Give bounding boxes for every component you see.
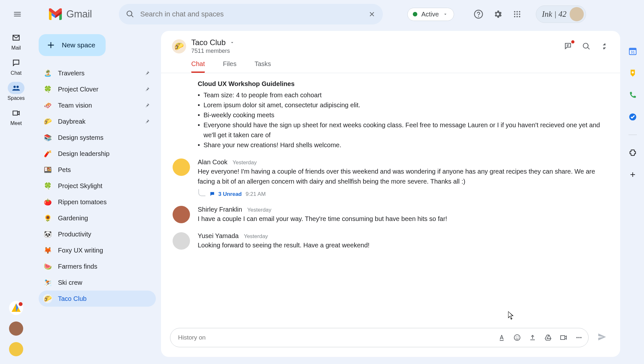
gmail-logo[interactable]: Gmail — [48, 8, 92, 20]
triangle-icon — [9, 301, 23, 315]
search-bar[interactable] — [119, 4, 383, 24]
panel-actions — [564, 42, 609, 51]
compose-box[interactable] — [170, 328, 589, 347]
tasks-icon — [629, 113, 637, 121]
sidebar-space-item[interactable]: 🐼Productivity — [39, 226, 156, 242]
reply-icon — [209, 191, 216, 197]
content-area: Mail Chat Spaces Meet New space 🏝️Trave — [0, 28, 644, 364]
nav-rail-mail[interactable]: Mail — [8, 32, 24, 51]
tab-files[interactable]: Files — [223, 60, 236, 73]
sidebar-space-item[interactable]: 🍉Farmers finds — [39, 258, 156, 274]
drive-button[interactable] — [544, 333, 552, 342]
sidebar-space-item[interactable]: 🍱Pets — [39, 162, 156, 178]
side-panel-calendar[interactable]: 31 — [628, 46, 638, 56]
sidebar-space-item[interactable]: 📚Design systems — [39, 129, 156, 146]
clear-search-icon[interactable] — [368, 10, 376, 18]
svg-point-9 — [519, 16, 520, 17]
side-panel-keep[interactable] — [628, 68, 638, 78]
thread-connector-icon — [198, 189, 205, 196]
rail-account-avatar-2[interactable] — [9, 342, 23, 356]
pin-icon — [144, 102, 150, 108]
video-icon — [560, 334, 567, 341]
sidebar-space-item[interactable]: 🍀Project Clover — [39, 81, 156, 97]
space-emoji-icon: 🍱 — [43, 165, 52, 174]
nav-rail-label: Mail — [11, 45, 21, 51]
svg-point-5 — [516, 14, 518, 15]
meet-link-button[interactable] — [559, 333, 568, 342]
side-panel-voice[interactable] — [628, 90, 638, 100]
status-chip[interactable]: Active — [407, 8, 454, 21]
space-emoji-icon: 🌮 — [43, 294, 52, 303]
collapse-button[interactable] — [600, 42, 609, 51]
space-emoji-icon: 📚 — [43, 133, 52, 142]
sidebar-space-item[interactable]: 🏝️Travelers — [39, 65, 156, 81]
sidebar-space-item[interactable]: 🌮Daybreak — [39, 113, 156, 129]
space-emoji-icon: 🍅 — [43, 197, 52, 206]
format-button[interactable] — [497, 333, 506, 342]
sidebar-space-item[interactable]: 🦊Foxy UX writing — [39, 242, 156, 258]
space-label: Design systems — [58, 134, 150, 141]
drive-icon — [544, 334, 552, 341]
tab-tasks[interactable]: Tasks — [254, 60, 271, 73]
space-label: Project Clover — [58, 86, 138, 93]
nav-rail-spaces[interactable]: Spaces — [7, 82, 24, 101]
calendar-icon: 31 — [628, 47, 637, 56]
sidebar-space-item[interactable]: 🧨Design leadership — [39, 146, 156, 162]
avatar — [173, 232, 190, 250]
apps-button[interactable] — [512, 9, 522, 19]
rail-account-avatar-1[interactable] — [9, 321, 23, 336]
sidebar-space-item[interactable]: 🍅Rippen tomatoes — [39, 194, 156, 210]
side-panel-add[interactable] — [628, 170, 638, 179]
space-emoji-icon: 🍉 — [43, 262, 52, 271]
sidebar-space-item[interactable]: 🌻Gardening — [39, 210, 156, 226]
svg-point-2 — [516, 11, 518, 12]
search-icon — [582, 42, 591, 51]
svg-point-4 — [514, 14, 515, 15]
side-panel-addons[interactable] — [628, 148, 638, 158]
side-panel-tasks[interactable] — [628, 112, 638, 122]
threads-button[interactable] — [564, 42, 573, 51]
sidebar-space-item[interactable]: 🍀Project Skylight — [39, 178, 156, 194]
search-input[interactable] — [140, 10, 368, 18]
tab-chat[interactable]: Chat — [191, 60, 205, 73]
nav-rail-label: Meet — [10, 120, 22, 126]
space-label: Project Skylight — [58, 182, 150, 190]
sidebar-space-item[interactable]: 🛷Team vision — [39, 97, 156, 113]
space-emoji-icon: 🏝️ — [43, 69, 52, 78]
main-menu-button[interactable] — [10, 6, 25, 22]
chevron-down-icon — [443, 12, 448, 17]
rail-workspace-icon[interactable] — [9, 301, 23, 315]
thread-unread-indicator[interactable]: 3 Unread 9:21 AM — [198, 191, 609, 197]
more-button[interactable] — [575, 333, 583, 342]
compose-input[interactable] — [178, 334, 497, 341]
space-title[interactable]: Taco Club — [191, 38, 226, 47]
svg-point-11 — [16, 86, 19, 88]
space-label: Gardening — [58, 215, 150, 222]
message: Shirley Franklin Yesterday I have a coup… — [173, 206, 609, 224]
member-count[interactable]: 7511 members — [191, 48, 235, 54]
message-text: Hey everyone! I'm having a couple of fri… — [198, 167, 609, 187]
plus-icon — [629, 171, 637, 178]
side-panel-rail: 31 — [621, 28, 644, 364]
emoji-button[interactable] — [513, 333, 521, 342]
sidebar-space-item[interactable]: ⛷️Ski crew — [39, 274, 156, 291]
settings-button[interactable] — [493, 9, 503, 19]
help-button[interactable] — [473, 9, 484, 19]
account-brand-label: Ink | 42 — [542, 10, 566, 19]
message-bullet: • Bi-weekly cooking meets — [198, 110, 609, 120]
conversation-search-button[interactable] — [582, 42, 591, 51]
send-button[interactable] — [597, 332, 607, 344]
nav-rail-meet[interactable]: Meet — [8, 107, 24, 126]
sidebar-space-item[interactable]: 🌮Taco Club — [39, 291, 156, 307]
extension-icon — [629, 148, 637, 157]
new-space-button[interactable]: New space — [39, 34, 106, 56]
upload-button[interactable] — [528, 333, 537, 342]
nav-rail-chat[interactable]: Chat — [8, 57, 24, 76]
avatar — [173, 206, 190, 223]
message-timestamp: Yesterday — [247, 207, 271, 213]
chevron-down-icon[interactable] — [230, 40, 235, 45]
account-chip[interactable]: Ink | 42 — [536, 5, 586, 23]
header-actions — [473, 9, 522, 19]
divider — [629, 135, 637, 135]
gear-icon — [493, 9, 503, 19]
